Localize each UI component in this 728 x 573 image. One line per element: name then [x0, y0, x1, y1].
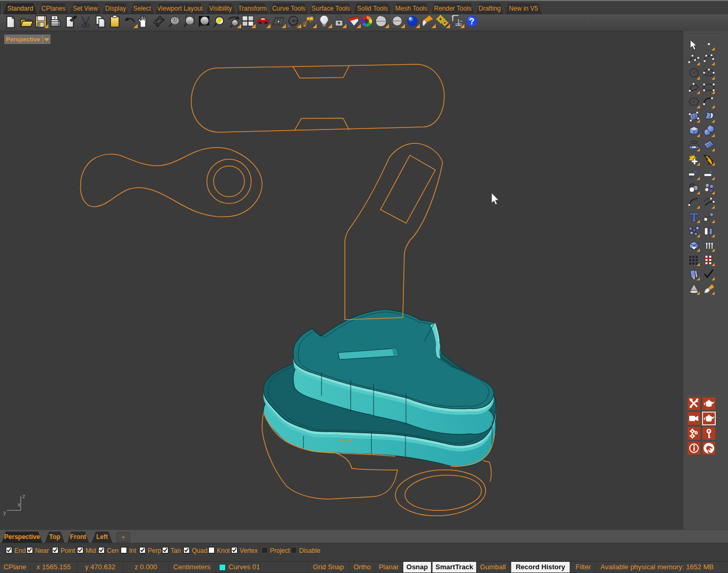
svg-text:z: z	[22, 493, 26, 499]
svg-text:y: y	[3, 509, 6, 516]
svg-text:x: x	[18, 501, 21, 508]
svg-text:?: ?	[469, 17, 475, 26]
